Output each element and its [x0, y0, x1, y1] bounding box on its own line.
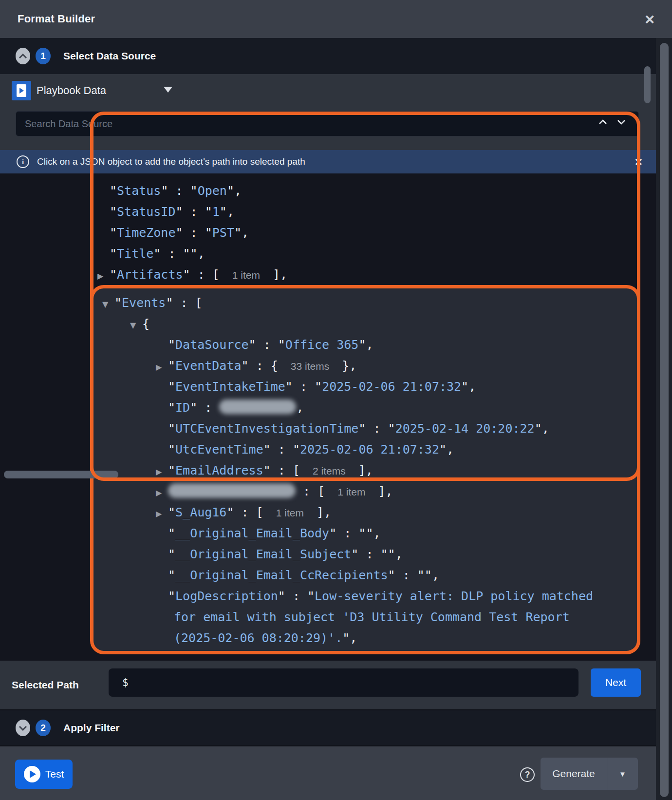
json-scrollbar-thumb[interactable] [644, 66, 651, 103]
json-line[interactable]: "EventIntakeTime" : "2025-02-06 21:07:32… [93, 376, 637, 397]
search-input[interactable] [16, 112, 638, 136]
generate-dropdown-caret-icon[interactable]: ▼ [607, 758, 638, 790]
json-line[interactable]: "UTCEventInvestigationTime" : "2025-02-1… [93, 418, 637, 439]
json-line[interactable]: "UtcEventTime" : "2025-02-06 21:07:32", [93, 439, 637, 460]
json-line[interactable]: ▶"Artifacts" : [1 item], [0, 264, 656, 285]
json-lines-events: ▼"Events" : [▼{"DataSource" : "Office 36… [93, 292, 637, 648]
step1-number-badge: 1 [36, 48, 51, 64]
item-count: 1 item [232, 269, 260, 281]
json-line[interactable]: "TimeZone" : "PST", [0, 222, 656, 243]
dialog-scrollbar-track [656, 38, 672, 800]
help-icon[interactable]: ? [520, 767, 535, 782]
selected-path-label: Selected Path [12, 661, 79, 709]
json-line[interactable]: ▶ : [1 item], [93, 481, 637, 502]
collapse-step1-button[interactable] [16, 48, 30, 64]
json-line[interactable]: "Title" : "", [0, 243, 656, 264]
item-count: 33 items [291, 361, 329, 372]
json-line[interactable]: ▼{ [93, 313, 637, 334]
test-button[interactable]: Test [15, 760, 73, 789]
tree-expand-icon[interactable]: ▶ [97, 266, 110, 286]
dialog-scrollbar-thumb[interactable] [660, 43, 669, 797]
dialog-titlebar: Format Builder × [0, 0, 672, 38]
step2-number-badge: 2 [36, 720, 51, 736]
tree-expand-icon[interactable]: ▶ [156, 357, 168, 378]
info-banner-text: Click on a JSON object to add the object… [37, 156, 305, 167]
tree-expand-icon[interactable]: ▶ [156, 482, 168, 503]
search-field-wrap [16, 111, 639, 136]
generate-split-button: Generate ▼ [541, 758, 638, 790]
redacted-blur [219, 400, 296, 414]
json-line[interactable]: "LogDescription" : "Low-severity alert: … [93, 586, 637, 607]
json-lines-top: "Status" : "Open","StatusID" : "1","Time… [0, 180, 656, 285]
json-line[interactable]: ▶"EmailAddress" : [2 items], [93, 460, 637, 481]
data-source-block: Playbook Data [0, 74, 656, 150]
search-prev-next-controls[interactable] [598, 119, 626, 125]
item-count: 2 items [313, 465, 346, 476]
tree-expand-icon[interactable]: ▶ [156, 503, 168, 524]
json-line[interactable]: for email with subject 'D3 Utility Comma… [93, 607, 637, 628]
step2-title: Apply Filter [63, 722, 120, 734]
json-line[interactable]: "__Original_Email_Body" : "", [93, 523, 637, 544]
step1-header: 1 Select Data Source [0, 38, 656, 74]
json-line[interactable]: ▼"Events" : [ [93, 292, 637, 313]
playbook-data-icon [12, 81, 31, 100]
tree-collapse-icon[interactable]: ▼ [102, 294, 114, 315]
step1-title: Select Data Source [63, 50, 156, 62]
chevron-down-icon [19, 725, 27, 731]
item-count: 1 item [276, 507, 304, 518]
selected-path-field-wrap [109, 668, 579, 697]
horizontal-scrollbar-thumb[interactable] [4, 471, 118, 478]
redacted-blur [168, 483, 296, 498]
format-builder-dialog: Format Builder × 1 Select Data Source Pl… [0, 0, 672, 800]
play-icon [24, 766, 40, 782]
expand-step2-button[interactable] [16, 720, 30, 736]
data-source-selected-label: Playbook Data [37, 84, 106, 97]
json-line[interactable]: "__Original_Email_Subject" : "", [93, 544, 637, 565]
json-line[interactable]: "__Original_Email_CcRecipients" : "", [93, 565, 637, 586]
json-line[interactable]: "Status" : "Open", [0, 180, 656, 201]
chevron-up-icon[interactable] [598, 119, 607, 125]
info-icon: i [17, 155, 29, 168]
dropdown-caret-icon[interactable] [164, 87, 172, 93]
selected-path-section: Selected Path Next [0, 661, 656, 709]
info-banner-close-icon[interactable]: × [635, 154, 642, 170]
json-line[interactable]: (2025-02-06 08:20:29)'.", [93, 628, 637, 648]
json-line[interactable]: ▶"EventData" : {33 items}, [93, 355, 637, 376]
next-button[interactable]: Next [591, 668, 641, 697]
generate-button[interactable]: Generate [541, 758, 607, 790]
data-source-dropdown[interactable]: Playbook Data [37, 74, 106, 107]
step2-header: 2 Apply Filter [0, 710, 656, 745]
tree-collapse-icon[interactable]: ▼ [130, 315, 142, 336]
json-line[interactable]: ▶"S_Aug16" : [1 item], [93, 502, 637, 523]
item-count: 1 item [337, 486, 365, 497]
info-banner: i Click on a JSON object to add the obje… [0, 150, 656, 173]
selected-path-input[interactable] [109, 668, 579, 697]
chevron-up-icon [19, 54, 27, 59]
test-button-label: Test [45, 768, 64, 780]
json-line[interactable]: "DataSource" : "Office 365", [93, 334, 637, 355]
dialog-title: Format Builder [18, 13, 95, 25]
footer-bar: Test Generate ▼ [0, 746, 656, 800]
tree-expand-icon[interactable]: ▶ [156, 461, 168, 482]
chevron-down-icon[interactable] [617, 119, 626, 125]
dialog-close-icon[interactable]: × [645, 11, 654, 27]
events-highlight-box: ▼"Events" : [▼{"DataSource" : "Office 36… [90, 285, 640, 654]
json-line[interactable]: "ID" : , [93, 397, 637, 418]
json-line[interactable]: "StatusID" : "1", [0, 201, 656, 222]
json-viewer: "Status" : "Open","StatusID" : "1","Time… [0, 173, 656, 661]
